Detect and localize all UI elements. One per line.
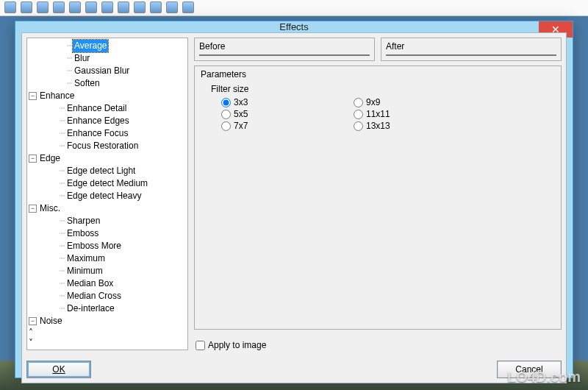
- tree-item-deinterlace[interactable]: ┈De-interlace: [39, 302, 186, 315]
- before-image: [199, 54, 370, 56]
- tree-group-noise[interactable]: −Noise: [29, 315, 186, 327]
- tree-item-minimum[interactable]: ┈Minimum: [39, 265, 186, 277]
- radio-input[interactable]: [354, 98, 363, 107]
- collapse-icon[interactable]: −: [29, 317, 37, 325]
- bg-icon: [182, 1, 194, 13]
- filter-size-options: 3x3 9x9 5x5 11x11 7x7 13x13: [221, 97, 555, 131]
- parameters-title: Parameters: [201, 69, 555, 79]
- bg-icon: [85, 1, 97, 13]
- tree-item-median-box[interactable]: ┈Median Box: [39, 277, 186, 290]
- tree-item-emboss-more[interactable]: ┈Emboss More: [39, 240, 186, 252]
- preview-after: After: [381, 38, 562, 61]
- titlebar[interactable]: Effects ✕: [15, 21, 573, 32]
- tree-group-edge[interactable]: −Edge: [29, 152, 186, 165]
- dialog-title: Effects: [279, 21, 309, 32]
- preview-row: Before After: [194, 38, 562, 61]
- parameters-group: Parameters Filter size 3x3 9x9 5x5 11x11…: [194, 65, 562, 330]
- dialog-client: ┈Average ┈Blur ┈Gaussian Blur ┈Soften −E…: [21, 32, 567, 383]
- apply-to-image-row[interactable]: Apply to image: [194, 337, 562, 350]
- collapse-icon[interactable]: −: [29, 205, 37, 213]
- apply-checkbox[interactable]: [196, 341, 205, 350]
- dialog-buttons: OK Cancel: [26, 350, 562, 378]
- ok-button[interactable]: OK: [26, 361, 91, 378]
- radio-3x3[interactable]: 3x3: [221, 97, 324, 107]
- tree-item-median-cross[interactable]: ┈Median Cross: [39, 290, 186, 302]
- scroll-up-button[interactable]: ˄: [29, 327, 186, 338]
- filter-size-label: Filter size: [211, 84, 555, 94]
- bg-icon: [101, 1, 113, 13]
- radio-9x9[interactable]: 9x9: [354, 97, 456, 107]
- before-label: Before: [199, 41, 370, 52]
- tree-item-enhance-edges[interactable]: ┈Enhance Edges: [39, 115, 186, 127]
- tree-item-edge-heavy[interactable]: ┈Edge detect Heavy: [39, 190, 186, 202]
- preview-before: Before: [194, 38, 375, 61]
- apply-label: Apply to image: [208, 340, 266, 350]
- effects-dialog: Effects ✕ ┈Average ┈Blur ┈Gaussian Blur …: [15, 21, 573, 378]
- scroll-down-button[interactable]: ˅: [29, 338, 186, 348]
- tree-item-gaussian-blur[interactable]: ┈Gaussian Blur: [46, 65, 186, 77]
- radio-input[interactable]: [354, 121, 363, 131]
- tree-item-blur[interactable]: ┈Blur: [46, 52, 186, 65]
- bg-icon: [134, 1, 146, 13]
- tree-item-maximum[interactable]: ┈Maximum: [39, 252, 186, 265]
- tree-item-edge-light[interactable]: ┈Edge detect Light: [39, 165, 186, 177]
- bg-icon: [166, 1, 178, 13]
- tree-item-focus-restoration[interactable]: ┈Focus Restoration: [39, 140, 186, 152]
- after-label: After: [386, 41, 556, 52]
- tree-group-enhance[interactable]: −Enhance: [29, 90, 186, 102]
- radio-13x13[interactable]: 13x13: [354, 121, 456, 131]
- radio-input[interactable]: [354, 110, 363, 119]
- after-image: [386, 54, 556, 56]
- effects-tree[interactable]: ┈Average ┈Blur ┈Gaussian Blur ┈Soften −E…: [26, 38, 188, 350]
- radio-input[interactable]: [221, 110, 231, 119]
- bg-icon: [53, 1, 65, 13]
- tree-item-enhance-focus[interactable]: ┈Enhance Focus: [39, 127, 186, 140]
- radio-11x11[interactable]: 11x11: [354, 109, 456, 119]
- tree-item-soften[interactable]: ┈Soften: [46, 77, 186, 90]
- watermark: LO4D.com: [507, 369, 581, 386]
- radio-7x7[interactable]: 7x7: [221, 121, 324, 131]
- tree-item-edge-medium[interactable]: ┈Edge detect Medium: [39, 177, 186, 190]
- radio-5x5[interactable]: 5x5: [221, 109, 324, 119]
- collapse-icon[interactable]: −: [29, 92, 37, 100]
- collapse-icon[interactable]: −: [29, 155, 37, 163]
- bg-icon: [37, 1, 49, 13]
- right-column: Before After: [194, 38, 562, 350]
- bg-icon: [4, 1, 16, 13]
- bg-icon: [21, 1, 32, 13]
- bg-icon: [150, 1, 162, 13]
- tree-item-average[interactable]: ┈Average: [46, 40, 186, 52]
- radio-input[interactable]: [221, 98, 231, 107]
- background-toolbar: [0, 0, 588, 16]
- tree-item-sharpen[interactable]: ┈Sharpen: [39, 215, 186, 227]
- tree-group-misc[interactable]: −Misc.: [29, 202, 186, 215]
- bg-icon: [69, 1, 81, 13]
- tree-item-enhance-detail[interactable]: ┈Enhance Detail: [39, 102, 186, 115]
- bg-icon: [118, 1, 129, 13]
- tree-item-emboss[interactable]: ┈Emboss: [39, 227, 186, 240]
- content-row: ┈Average ┈Blur ┈Gaussian Blur ┈Soften −E…: [26, 38, 562, 350]
- radio-input[interactable]: [221, 121, 231, 131]
